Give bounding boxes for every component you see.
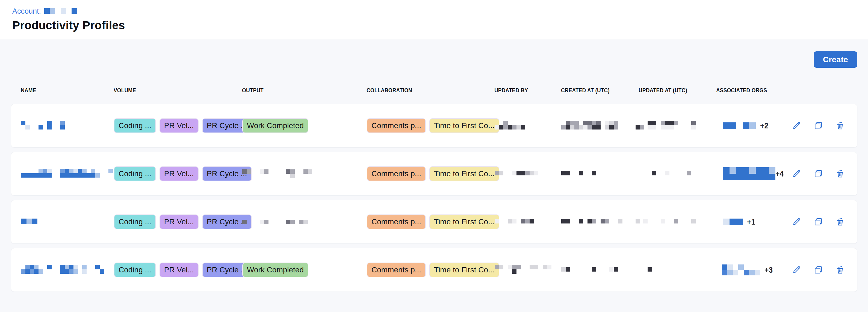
- edit-button[interactable]: [792, 121, 801, 131]
- redaction-pixel: [499, 265, 503, 270]
- redaction-pixel: [60, 270, 65, 274]
- redacted-orgs: [716, 219, 743, 225]
- redaction-pixel: [755, 270, 760, 275]
- redaction-pixel: [299, 220, 304, 224]
- redaction-pixel: [521, 219, 525, 223]
- collaboration-cell: Comments p...Time to First Co...: [367, 118, 495, 133]
- collaboration-cell: Comments p...Time to First Co...: [367, 215, 495, 229]
- redaction-pixel: [91, 169, 95, 173]
- account-line: Account:: [12, 0, 868, 15]
- associated-orgs-cell: +2: [716, 121, 785, 130]
- redaction-pixel: [749, 122, 756, 129]
- redaction-pixel: [743, 167, 749, 174]
- redaction-pixel: [503, 125, 508, 129]
- name-cell: [21, 265, 114, 275]
- redaction-pixel: [691, 125, 696, 129]
- updated-by-cell: [495, 171, 561, 177]
- delete-button[interactable]: [835, 169, 845, 179]
- redaction-pixel: [495, 125, 499, 129]
- redacted-name: [21, 121, 65, 129]
- redaction-pixel: [600, 219, 605, 223]
- column-header-label: UPDATED AT (UTC): [639, 87, 687, 94]
- redaction-pixel: [596, 125, 600, 129]
- redaction-pixel: [674, 219, 678, 223]
- redaction-pixel: [749, 174, 756, 180]
- collaboration-cell: Comments p...Time to First Co...: [367, 166, 495, 181]
- duplicate-button[interactable]: [813, 169, 823, 179]
- account-name-redacted: [44, 7, 77, 15]
- redaction-pixel: [687, 171, 691, 176]
- duplicate-button[interactable]: [813, 265, 823, 275]
- redaction-pixel: [730, 219, 736, 225]
- redaction-pixel: [21, 121, 25, 125]
- redaction-pixel: [512, 171, 517, 176]
- redaction-pixel: [65, 265, 69, 270]
- create-button[interactable]: Create: [814, 51, 857, 68]
- edit-button[interactable]: [792, 217, 801, 227]
- page-root: Account: Productivity Profiles Create NA…: [0, 0, 868, 312]
- redaction-pixel: [652, 171, 656, 176]
- redaction-pixel: [661, 121, 665, 125]
- redaction-pixel: [723, 174, 730, 180]
- metric-badge-pr_velocity: PR Vel...: [159, 118, 198, 133]
- edit-icon: [792, 223, 801, 227]
- metric-badge-pr_velocity: PR Vel...: [159, 262, 198, 277]
- redaction-pixel: [25, 173, 30, 178]
- edit-button[interactable]: [792, 169, 801, 179]
- redaction-pixel: [592, 219, 596, 223]
- redaction-pixel: [47, 173, 52, 178]
- redaction-pixel: [575, 121, 579, 125]
- duplicate-button[interactable]: [813, 121, 823, 131]
- redaction-pixel: [290, 169, 295, 174]
- redaction-pixel: [82, 173, 87, 178]
- redaction-pixel: [566, 171, 570, 176]
- redaction-pixel: [744, 270, 749, 275]
- orgs-more-count: +2: [760, 121, 768, 130]
- redaction-pixel: [508, 125, 512, 129]
- redaction-pixel: [47, 169, 52, 173]
- redaction-pixel: [521, 125, 525, 129]
- redaction-pixel: [743, 174, 749, 180]
- redaction-pixel: [38, 125, 43, 129]
- metric-badge-comments: Comments p...: [367, 262, 426, 277]
- redaction-pixel: [579, 171, 583, 176]
- table-row: Coding ...PR Vel...PR Cycle ...Comments …: [11, 200, 857, 244]
- redaction-pixel: [247, 169, 251, 174]
- redaction-pixel: [561, 171, 566, 176]
- redaction-pixel: [665, 171, 670, 176]
- redacted-created-at: [561, 121, 644, 129]
- redacted-updated-at: [639, 219, 696, 223]
- metric-badge-work_completed: Work Completed: [242, 118, 308, 133]
- page-title: Productivity Profiles: [12, 19, 868, 32]
- redaction-pixel: [34, 270, 38, 274]
- redaction-pixel: [665, 121, 670, 125]
- redaction-pixel: [21, 219, 27, 224]
- duplicate-button[interactable]: [813, 217, 823, 227]
- redaction-pixel: [508, 265, 512, 270]
- name-cell: [21, 169, 114, 179]
- redacted-created-at: [561, 267, 618, 272]
- redaction-pixel: [499, 125, 503, 129]
- delete-button[interactable]: [835, 217, 845, 227]
- delete-button[interactable]: [835, 121, 845, 131]
- edit-button[interactable]: [792, 265, 801, 275]
- delete-button[interactable]: [835, 265, 845, 275]
- redaction-pixel: [530, 171, 534, 176]
- orgs-more-count: +1: [747, 217, 755, 226]
- redaction-pixel: [749, 270, 755, 275]
- redacted-output: [242, 169, 312, 178]
- column-header-output: OUTPUT: [242, 87, 367, 94]
- volume-cell: Coding ...PR Vel...PR Cycle ...: [114, 118, 242, 133]
- redaction-pixel: [588, 219, 592, 223]
- table-row: Coding ...PR Vel...PR Cycle ...Comments …: [11, 152, 857, 196]
- delete-icon: [835, 272, 845, 276]
- redaction-pixel: [648, 125, 652, 129]
- redaction-pixel: [60, 125, 65, 129]
- metric-badge-coding: Coding ...: [114, 262, 156, 277]
- column-header-label: ASSOCIATED ORGS: [716, 87, 767, 94]
- redaction-pixel: [69, 265, 73, 270]
- redaction-pixel: [50, 8, 55, 14]
- profiles-table: NAMEVOLUMEOUTPUTCOLLABORATIONUPDATED BYC…: [11, 84, 857, 292]
- redaction-pixel: [108, 169, 113, 173]
- actions-cell: [785, 169, 847, 179]
